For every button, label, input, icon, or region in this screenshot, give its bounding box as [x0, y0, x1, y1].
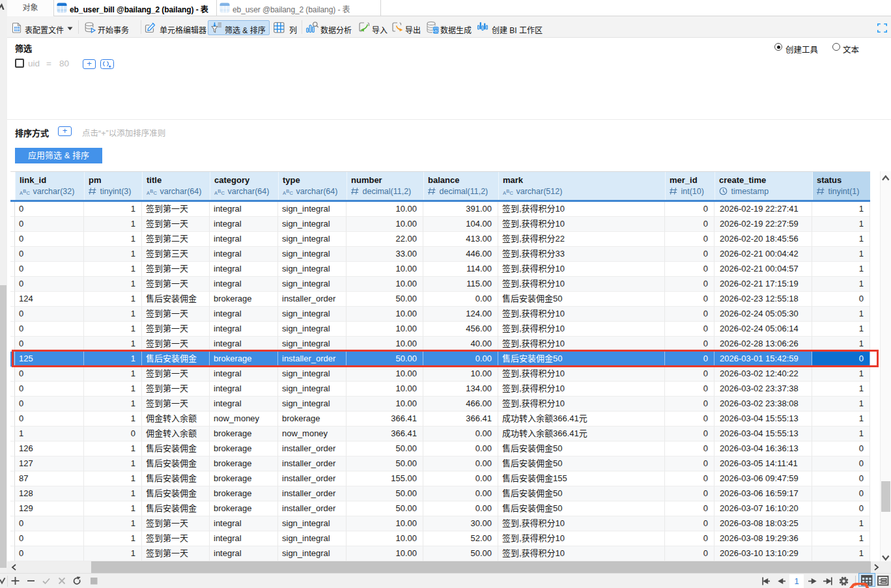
svg-text:C: C — [153, 190, 157, 195]
svg-text:C: C — [221, 190, 225, 195]
svg-text:C: C — [26, 190, 30, 195]
svg-text:ABC: ABC — [432, 29, 439, 33]
svg-text:C: C — [289, 190, 293, 195]
svg-text:C: C — [509, 190, 513, 195]
